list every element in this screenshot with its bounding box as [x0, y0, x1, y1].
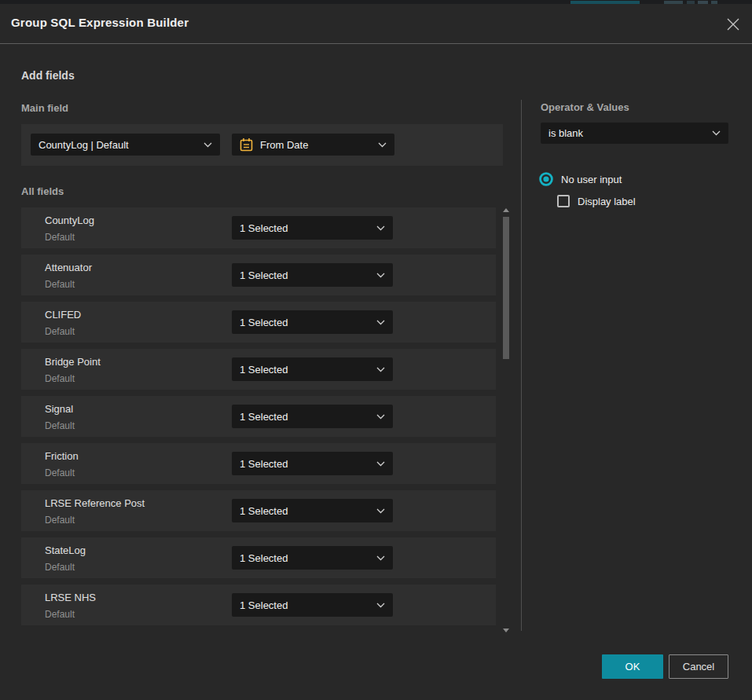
chevron-down-icon	[712, 130, 721, 136]
all-fields-list: CountyLog Default 1 Selected Attenuator …	[21, 207, 496, 632]
chevron-down-icon	[204, 142, 212, 148]
operator-dropdown[interactable]: is blank	[541, 123, 728, 144]
chevron-down-icon	[378, 142, 387, 148]
group-sql-expression-builder-dialog: Group SQL Expression Builder Add fields …	[0, 4, 752, 700]
field-selection-dropdown[interactable]: 1 Selected	[232, 310, 393, 334]
chevron-down-icon	[376, 273, 385, 278]
field-row: Friction Default 1 Selected	[21, 443, 496, 484]
field-selection-dropdown[interactable]: 1 Selected	[232, 216, 393, 240]
field-selection-dropdown[interactable]: 1 Selected	[232, 405, 393, 428]
chevron-down-icon	[376, 320, 385, 325]
field-name: CountyLog	[45, 214, 94, 226]
chevron-down-icon	[376, 555, 385, 561]
field-source: Default	[45, 420, 75, 431]
field-selection-value: 1 Selected	[240, 269, 372, 281]
field-source: Default	[45, 609, 75, 620]
field-name: LRSE Reference Post	[45, 497, 145, 509]
field-selection-value: 1 Selected	[240, 458, 372, 470]
field-selection-value: 1 Selected	[240, 317, 372, 328]
operator-values-label: Operator & Values	[541, 101, 629, 113]
chevron-down-icon	[376, 414, 385, 420]
scrollbar[interactable]	[501, 206, 512, 634]
field-selection-dropdown[interactable]: 1 Selected	[232, 546, 393, 570]
panel-divider	[521, 100, 522, 631]
all-fields-label: All fields	[21, 185, 64, 197]
chevron-down-icon	[376, 367, 385, 372]
field-row: LRSE Reference Post Default 1 Selected	[21, 490, 496, 531]
main-field-panel: CountyLog | Default From Date	[21, 124, 503, 166]
close-button[interactable]	[723, 14, 743, 35]
main-field-source-value: CountyLog | Default	[39, 139, 199, 151]
ok-button[interactable]: OK	[602, 654, 663, 679]
field-row: StateLog Default 1 Selected	[21, 537, 496, 578]
field-row: CLIFED Default 1 Selected	[21, 302, 496, 343]
field-row: Signal Default 1 Selected	[21, 396, 496, 437]
display-label-label: Display label	[578, 196, 636, 207]
no-user-input-radio[interactable]: No user input	[539, 172, 622, 186]
field-selection-dropdown[interactable]: 1 Selected	[232, 593, 393, 617]
display-label-checkbox-row[interactable]: Display label	[557, 195, 636, 207]
field-name: LRSE NHS	[45, 592, 96, 603]
scroll-down-icon[interactable]	[503, 629, 509, 632]
field-name: Friction	[45, 450, 79, 462]
chevron-down-icon	[376, 225, 385, 231]
field-name: Signal	[45, 403, 73, 415]
field-source: Default	[45, 373, 75, 384]
main-field-source-dropdown[interactable]: CountyLog | Default	[31, 134, 220, 156]
add-fields-heading: Add fields	[21, 69, 75, 82]
field-row: CountyLog Default 1 Selected	[21, 207, 496, 248]
field-source: Default	[45, 232, 75, 243]
chevron-down-icon	[376, 461, 385, 467]
field-selection-value: 1 Selected	[240, 222, 372, 234]
calendar-icon	[240, 137, 253, 152]
operator-value: is blank	[548, 127, 707, 139]
field-selection-dropdown[interactable]: 1 Selected	[232, 357, 393, 381]
field-name: StateLog	[45, 544, 86, 556]
chevron-down-icon	[376, 603, 385, 608]
radio-selected-icon	[539, 172, 553, 186]
field-row: LRSE NHS Default 1 Selected	[21, 585, 496, 625]
cancel-button[interactable]: Cancel	[669, 654, 728, 679]
main-field-label: Main field	[21, 102, 68, 114]
field-selection-value: 1 Selected	[240, 505, 372, 517]
field-selection-value: 1 Selected	[240, 364, 372, 376]
field-selection-value: 1 Selected	[240, 411, 372, 423]
field-selection-value: 1 Selected	[240, 552, 372, 564]
field-selection-dropdown[interactable]: 1 Selected	[232, 263, 393, 287]
main-field-date-value: From Date	[260, 139, 373, 151]
scroll-up-icon[interactable]	[503, 208, 509, 212]
field-source: Default	[45, 467, 75, 478]
field-selection-dropdown[interactable]: 1 Selected	[232, 499, 393, 522]
dialog-titlebar: Group SQL Expression Builder	[0, 4, 752, 44]
field-selection-value: 1 Selected	[240, 599, 372, 611]
field-row: Bridge Point Default 1 Selected	[21, 349, 496, 390]
no-user-input-label: No user input	[561, 174, 622, 185]
field-name: Attenuator	[45, 262, 92, 273]
main-field-date-dropdown[interactable]: From Date	[232, 134, 394, 156]
close-icon	[726, 17, 740, 31]
field-source: Default	[45, 279, 75, 290]
field-name: Bridge Point	[45, 356, 101, 368]
field-selection-dropdown[interactable]: 1 Selected	[232, 452, 393, 475]
checkbox-unchecked-icon[interactable]	[557, 195, 570, 207]
field-source: Default	[45, 515, 75, 526]
field-name: CLIFED	[45, 309, 81, 321]
field-source: Default	[45, 326, 75, 337]
field-row: Attenuator Default 1 Selected	[21, 255, 496, 295]
dialog-title: Group SQL Expression Builder	[11, 16, 189, 29]
field-source: Default	[45, 562, 75, 573]
scrollbar-thumb[interactable]	[503, 217, 509, 359]
chevron-down-icon	[376, 508, 385, 514]
